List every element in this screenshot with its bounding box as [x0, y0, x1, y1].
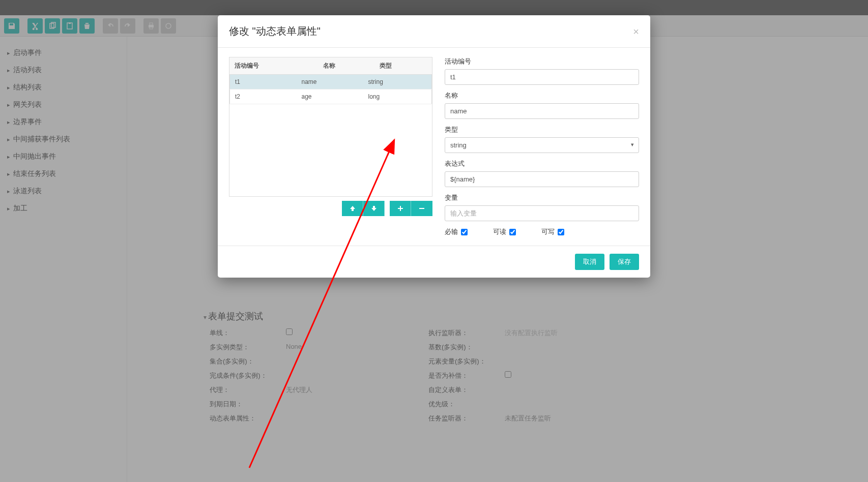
id-label: 活动编号	[445, 57, 639, 66]
type-select[interactable]: string	[445, 137, 639, 153]
move-up-button[interactable]	[342, 201, 363, 216]
name-input[interactable]	[445, 103, 639, 119]
remove-button[interactable]	[411, 201, 432, 216]
cell-type: long	[363, 89, 432, 104]
readable-label: 可读	[493, 227, 506, 236]
cell-type: string	[363, 75, 432, 89]
table-row[interactable]: t2 age long	[230, 89, 432, 104]
expression-input[interactable]	[445, 171, 639, 187]
cancel-button[interactable]: 取消	[575, 254, 604, 270]
th-name: 名称	[318, 57, 375, 75]
th-type: 类型	[374, 57, 432, 75]
table-row[interactable]: t1 name string	[230, 75, 432, 89]
edit-form-properties-modal: 修改 "动态表单属性" × 活动编号 名称 类型 t1 name string	[218, 15, 650, 278]
properties-table: 活动编号 名称 类型	[229, 57, 432, 75]
move-down-button[interactable]	[363, 201, 385, 216]
required-label: 必输	[445, 227, 458, 236]
name-label: 名称	[445, 91, 639, 100]
writable-checkbox[interactable]	[558, 229, 564, 235]
cell-name: age	[297, 89, 363, 104]
save-button[interactable]: 保存	[610, 254, 639, 270]
cell-id: t1	[230, 75, 297, 89]
cell-id: t2	[230, 89, 297, 104]
th-id: 活动编号	[229, 57, 318, 75]
id-input[interactable]	[445, 69, 639, 85]
svg-rect-8	[419, 208, 424, 209]
required-checkbox[interactable]	[461, 229, 468, 235]
close-icon[interactable]: ×	[633, 26, 639, 37]
writable-label: 可写	[541, 227, 555, 236]
expression-label: 表达式	[445, 159, 639, 168]
add-button[interactable]	[390, 201, 411, 216]
modal-title: 修改 "动态表单属性"	[229, 24, 321, 38]
variable-label: 变量	[445, 193, 639, 202]
cell-name: name	[297, 75, 363, 89]
variable-input[interactable]	[445, 205, 639, 221]
type-label: 类型	[445, 125, 639, 134]
readable-checkbox[interactable]	[509, 229, 516, 235]
